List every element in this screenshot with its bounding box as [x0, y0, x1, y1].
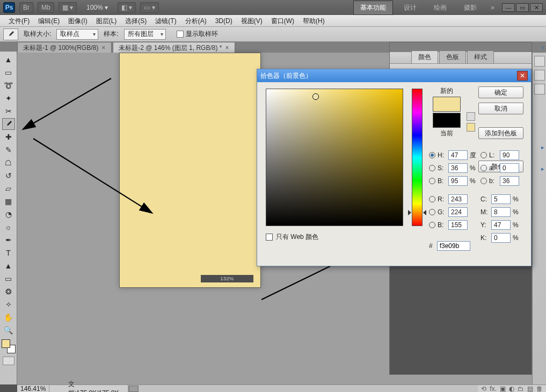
screenmode-chip[interactable]: ▭ ▾ — [140, 2, 158, 13]
fg-color-swatch[interactable] — [2, 339, 10, 348]
menu-window[interactable]: 窗口(W) — [267, 16, 299, 27]
bv-input[interactable] — [448, 220, 468, 230]
y-input[interactable] — [491, 220, 511, 230]
workspace-basic[interactable]: 基本功能 — [353, 1, 393, 15]
websafe-swatch[interactable] — [467, 123, 475, 132]
radio-b2[interactable] — [481, 178, 487, 184]
panel-tab-swatches[interactable]: 色板 — [439, 50, 466, 63]
radio-b[interactable] — [429, 178, 435, 184]
menu-layer[interactable]: 图层(L) — [92, 16, 121, 27]
status-zoom[interactable]: 146.41% — [17, 385, 49, 393]
radio-bv[interactable] — [429, 222, 435, 228]
radio-h[interactable] — [429, 152, 435, 158]
menu-file[interactable]: 文件(F) — [4, 16, 34, 27]
fg-bg-swatch[interactable] — [2, 339, 16, 353]
dock-icon-2[interactable] — [534, 70, 545, 81]
arrange-chip[interactable]: ◧ ▾ — [118, 2, 136, 13]
m-input[interactable] — [491, 207, 511, 217]
ok-button[interactable]: 确定 — [478, 86, 523, 98]
radio-a[interactable] — [481, 165, 487, 171]
h-input[interactable] — [448, 150, 468, 160]
trash-icon[interactable]: 🗑 — [536, 385, 543, 393]
expand-arrow-icon[interactable]: « — [541, 44, 544, 50]
gradient-tool[interactable]: ▦ — [2, 195, 15, 207]
adjust-icon[interactable]: ◐ — [509, 385, 514, 393]
menu-help[interactable]: 帮助(H) — [299, 16, 329, 27]
active-tool-icon[interactable] — [3, 28, 18, 40]
window-close-button[interactable]: ✕ — [530, 3, 543, 12]
link-icon[interactable]: ⟲ — [481, 385, 486, 393]
menu-select[interactable]: 选择(S) — [121, 16, 151, 27]
menu-view[interactable]: 视图(V) — [237, 16, 267, 27]
dock-icon-3[interactable] — [534, 84, 545, 95]
dodge-tool[interactable]: ☼ — [2, 221, 15, 233]
document-tab-1[interactable]: 未标题-1 @ 100%(RGB/8)× — [17, 42, 112, 53]
lasso-tool[interactable]: ➰ — [2, 79, 15, 91]
dialog-titlebar[interactable]: 拾色器（前景色） ✕ — [257, 69, 531, 82]
blur-tool[interactable]: ◔ — [2, 208, 15, 220]
expand-arrow-icon[interactable]: ▸ — [541, 144, 544, 151]
b2-input[interactable] — [500, 176, 519, 186]
b-input[interactable] — [448, 176, 468, 186]
mask-icon[interactable]: ▣ — [500, 385, 506, 393]
folder-icon[interactable]: 🗀 — [518, 385, 524, 393]
quick-select-tool[interactable]: ✦ — [2, 92, 15, 104]
menu-analysis[interactable]: 分析(A) — [181, 16, 211, 27]
history-brush-tool[interactable]: ↺ — [2, 170, 15, 182]
workspace-photo[interactable]: 摄影 — [457, 1, 483, 14]
sample-layer-select[interactable]: 所有图层 — [124, 29, 166, 40]
hex-input[interactable] — [437, 241, 470, 251]
s-input[interactable] — [448, 163, 468, 173]
sv-cursor[interactable] — [312, 93, 319, 100]
marquee-tool[interactable]: ▭ — [2, 67, 15, 78]
add-swatch-button[interactable]: 添加到色板 — [478, 127, 523, 139]
l-input[interactable] — [500, 150, 519, 160]
panel-tab-styles[interactable]: 样式 — [467, 50, 494, 63]
workspace-paint[interactable]: 绘画 — [427, 1, 453, 14]
document-tab-2[interactable]: 未标题-2 @ 146% (图层 1, RGB/8) *× — [113, 42, 235, 53]
menu-edit[interactable]: 编辑(E) — [34, 16, 64, 27]
stamp-tool[interactable]: ☖ — [2, 157, 15, 169]
view-extras-chip[interactable]: ▦ ▾ — [59, 2, 77, 13]
c-input[interactable] — [491, 194, 511, 204]
3d-camera-tool[interactable]: ✧ — [2, 299, 15, 310]
menu-3d[interactable]: 3D(D) — [211, 16, 237, 26]
fx-icon[interactable]: fx. — [490, 385, 497, 393]
3d-tool[interactable]: ❂ — [2, 286, 15, 297]
h-scrollbar[interactable] — [128, 385, 478, 393]
eyedropper-tool[interactable] — [2, 118, 15, 130]
pen-tool[interactable]: ✒ — [2, 234, 15, 246]
menu-image[interactable]: 图像(I) — [64, 16, 91, 27]
g-input[interactable] — [448, 207, 468, 217]
new-icon[interactable]: ▤ — [527, 385, 533, 393]
type-tool[interactable]: T — [2, 247, 15, 259]
hand-tool[interactable]: ✋ — [2, 311, 15, 323]
zoom-tool[interactable]: 🔍 — [2, 324, 15, 336]
dialog-close-button[interactable]: ✕ — [517, 71, 528, 81]
window-max-button[interactable]: ▭ — [516, 3, 529, 12]
web-only-checkbox[interactable]: 只有 Web 颜色 — [266, 233, 318, 242]
dock-icon-1[interactable] — [534, 56, 545, 67]
workspace-design[interactable]: 设计 — [397, 1, 423, 14]
bridge-chip[interactable]: Br — [19, 2, 33, 13]
k-input[interactable] — [491, 233, 511, 243]
healing-tool[interactable]: ✚ — [2, 131, 15, 143]
move-tool[interactable]: ▲ — [2, 54, 15, 66]
sample-size-select[interactable]: 取样点 — [56, 29, 98, 40]
radio-l[interactable] — [481, 152, 487, 158]
r-input[interactable] — [448, 194, 468, 204]
sv-field[interactable] — [266, 89, 403, 226]
shape-tool[interactable]: ▭ — [2, 273, 15, 285]
crop-tool[interactable]: ✂ — [2, 105, 15, 117]
gamut-warning-icon[interactable] — [467, 112, 475, 121]
brush-tool[interactable]: ✎ — [2, 144, 15, 156]
cancel-button[interactable]: 取消 — [478, 103, 523, 114]
menu-filter[interactable]: 滤镜(T) — [151, 16, 180, 27]
tab-close-icon[interactable]: × — [225, 44, 231, 50]
zoom-level[interactable]: 100% ▾ — [81, 3, 113, 12]
expand-arrow-icon[interactable]: ▸ — [541, 165, 544, 172]
window-min-button[interactable]: ― — [502, 3, 515, 12]
radio-s[interactable] — [429, 165, 435, 171]
panel-tab-color[interactable]: 颜色 — [411, 50, 438, 63]
a-input[interactable] — [500, 163, 519, 173]
